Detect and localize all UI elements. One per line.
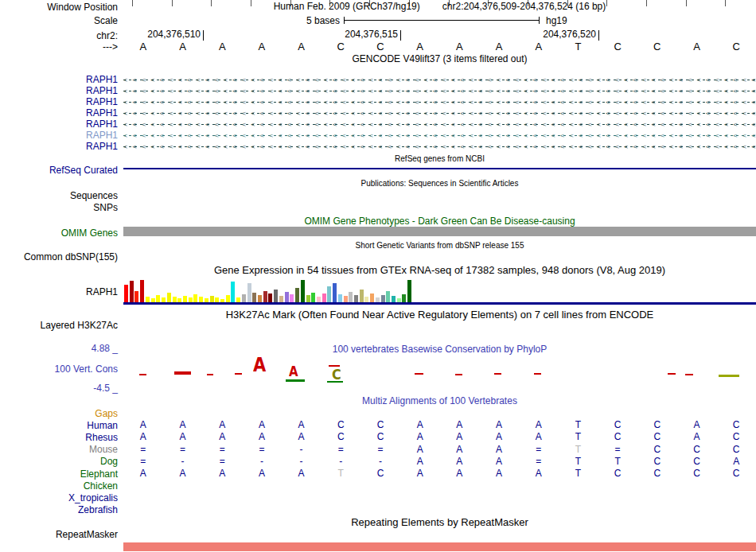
gencode-transcript-row[interactable]: RAPH1<<<<<<<<<<<<<<<<<<<<<<<<<<<<<<<<<<<… [0, 119, 756, 130]
expression-bar[interactable] [306, 295, 310, 302]
gencode-transcript-row[interactable]: RAPH1<<<<<<<<<<<<<<<<<<<<<<<<<<<<<<<<<<<… [0, 85, 756, 96]
gtex-gene-label[interactable]: RAPH1 [0, 286, 118, 297]
gencode-transcript-row[interactable]: RAPH1<<<<<<<<<<<<<<<<<<<<<<<<<<<<<<<<<<<… [0, 96, 756, 107]
expression-bar[interactable] [311, 293, 315, 302]
expression-bar[interactable] [290, 294, 294, 302]
repeatmasker-label[interactable]: RepeatMasker [0, 529, 118, 540]
expression-bar[interactable] [173, 297, 177, 302]
repeatmasker-track-title[interactable]: Repeating Elements by RepeatMasker [123, 516, 756, 528]
species-label[interactable]: Rhesus [0, 432, 118, 443]
h3k27ac-track-title[interactable]: H3K27Ac Mark (Often Found Near Active Re… [123, 309, 756, 321]
layered-h3k27ac-label[interactable]: Layered H3K27Ac [0, 320, 118, 331]
alignment-row[interactable]: Gaps [0, 407, 756, 419]
expression-bar[interactable] [402, 294, 406, 302]
gene-label[interactable]: RAPH1 [0, 74, 118, 85]
expression-bar[interactable] [386, 291, 390, 302]
alignment-row[interactable]: ElephantAAAAATCAAAATCCCC [0, 468, 756, 480]
expression-bar[interactable] [124, 285, 128, 302]
expression-bar[interactable] [242, 294, 246, 302]
refseq-curated-label[interactable]: RefSeq Curated [0, 165, 118, 176]
expression-bar[interactable] [252, 293, 256, 302]
expression-bar[interactable] [226, 295, 230, 302]
alignment-row[interactable]: Dog=-=----AAA=TTCCA [0, 456, 756, 468]
transcript-intron-line[interactable]: <<<<<<<<<<<<<<<<<<<<<<<<<<<<<<<<<<<<<<<<… [123, 85, 756, 96]
conservation-track-label[interactable]: 100 Vert. Cons [0, 363, 118, 375]
species-label[interactable]: Chicken [0, 480, 118, 492]
alignment-row[interactable]: Chicken [0, 480, 756, 492]
alignment-row[interactable]: X_tropicalis [0, 492, 756, 503]
expression-bar[interactable] [210, 296, 214, 302]
transcript-intron-line[interactable]: <<<<<<<<<<<<<<<<<<<<<<<<<<<<<<<<<<<<<<<<… [123, 96, 756, 107]
expression-bar[interactable] [392, 296, 396, 302]
gene-label[interactable]: RAPH1 [0, 130, 118, 141]
species-label[interactable]: Human [0, 420, 118, 431]
alignment-row[interactable]: RhesusAAAAACCAAAATCCAC [0, 431, 756, 443]
alignment-row[interactable]: Mouse====-==AAA=T=CCC [0, 444, 756, 456]
species-label[interactable]: Mouse [0, 444, 118, 455]
transcript-intron-line[interactable]: <<<<<<<<<<<<<<<<<<<<<<<<<<<<<<<<<<<<<<<<… [123, 130, 756, 141]
species-label[interactable]: Dog [0, 456, 118, 467]
expression-bar[interactable] [354, 295, 358, 302]
expression-bar[interactable] [274, 290, 278, 302]
repeat-element-bar[interactable] [123, 542, 756, 551]
omim-gene-bar[interactable] [123, 227, 756, 236]
coordinate-ruler[interactable]: 204,376,510204,376,515204,376,520 [123, 29, 756, 41]
expression-bar[interactable] [183, 296, 187, 302]
expression-bar[interactable] [130, 281, 134, 302]
publications-track-title[interactable]: Publications: Sequences in Scientific Ar… [123, 179, 756, 188]
expression-bar[interactable] [167, 293, 171, 302]
gencode-transcript-row[interactable]: RAPH1<<<<<<<<<<<<<<<<<<<<<<<<<<<<<<<<<<<… [0, 130, 756, 141]
conservation-track-title[interactable]: 100 vertebrates Basewise Conservation by… [123, 344, 756, 355]
expression-bar[interactable] [279, 296, 283, 302]
gene-label[interactable]: RAPH1 [0, 85, 118, 96]
expression-bar[interactable] [247, 283, 251, 302]
gene-label[interactable]: RAPH1 [0, 107, 118, 119]
gene-label[interactable]: RAPH1 [0, 141, 118, 152]
expression-bar[interactable] [364, 297, 368, 302]
expression-bar[interactable] [349, 292, 353, 302]
multiz-track-title[interactable]: Multiz Alignments of 100 Vertebrates [123, 395, 756, 406]
refseq-gene-line[interactable] [123, 168, 756, 169]
transcript-intron-line[interactable]: <<<<<<<<<<<<<<<<<<<<<<<<<<<<<<<<<<<<<<<<… [123, 141, 756, 152]
expression-bar[interactable] [258, 295, 262, 302]
snps-label[interactable]: SNPs [0, 202, 118, 213]
transcript-intron-line[interactable]: <<<<<<<<<<<<<<<<<<<<<<<<<<<<<<<<<<<<<<<<… [123, 107, 756, 119]
expression-bar[interactable] [199, 297, 203, 302]
expression-bar[interactable] [134, 291, 138, 302]
species-label[interactable]: Gaps [0, 408, 118, 419]
expression-bar[interactable] [333, 283, 337, 302]
expression-bar[interactable] [344, 296, 348, 302]
expression-bar[interactable] [263, 291, 267, 302]
expression-bar[interactable] [146, 297, 150, 302]
expression-bar[interactable] [360, 290, 364, 302]
gencode-transcript-row[interactable]: RAPH1<<<<<<<<<<<<<<<<<<<<<<<<<<<<<<<<<<<… [0, 74, 756, 85]
expression-bar[interactable] [338, 294, 342, 302]
expression-bar[interactable] [193, 294, 197, 302]
omim-genes-label[interactable]: OMIM Genes [0, 227, 118, 239]
omim-track-title[interactable]: OMIM Gene Phenotypes - Dark Green Can Be… [123, 216, 756, 227]
expression-bar[interactable] [295, 288, 299, 302]
transcript-intron-line[interactable]: <<<<<<<<<<<<<<<<<<<<<<<<<<<<<<<<<<<<<<<<… [123, 74, 756, 85]
expression-bar[interactable] [156, 295, 160, 302]
gtex-expression-chart[interactable] [123, 278, 756, 302]
expression-bar[interactable] [322, 293, 326, 302]
expression-bar[interactable] [268, 293, 272, 302]
alignment-row[interactable]: HumanAAAAACCAAAATCCAC [0, 419, 756, 431]
expression-bar[interactable] [231, 282, 235, 302]
expression-bar[interactable] [327, 286, 331, 302]
expression-bar[interactable] [301, 280, 305, 302]
refseq-track-title[interactable]: RefSeq genes from NCBI [123, 154, 756, 163]
species-label[interactable]: Elephant [0, 468, 118, 480]
sequences-label[interactable]: Sequences [0, 190, 118, 201]
species-label[interactable]: Zebrafish [0, 504, 118, 515]
expression-bar[interactable] [407, 280, 411, 302]
transcript-intron-line[interactable]: <<<<<<<<<<<<<<<<<<<<<<<<<<<<<<<<<<<<<<<<… [123, 119, 756, 130]
gene-label[interactable]: RAPH1 [0, 96, 118, 107]
expression-bar[interactable] [317, 297, 321, 302]
gtex-track-title[interactable]: Gene Expression in 54 tissues from GTEx … [123, 264, 756, 276]
expression-bar[interactable] [381, 295, 385, 302]
expression-bar[interactable] [285, 292, 289, 302]
species-label[interactable]: X_tropicalis [0, 492, 118, 503]
common-dbsnp-label[interactable]: Common dbSNP(155) [0, 251, 118, 262]
gencode-transcript-row[interactable]: RAPH1<<<<<<<<<<<<<<<<<<<<<<<<<<<<<<<<<<<… [0, 107, 756, 119]
